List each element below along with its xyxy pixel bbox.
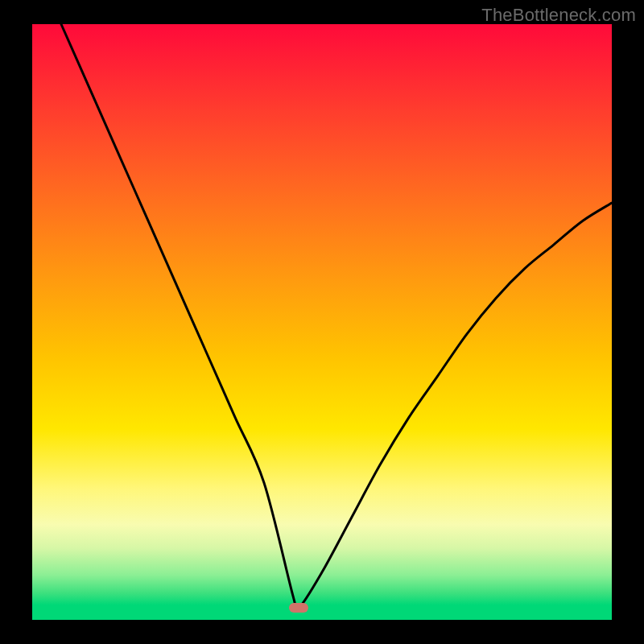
bottleneck-curve xyxy=(32,24,612,620)
optimal-point-marker xyxy=(289,603,308,613)
plot-area xyxy=(32,24,612,620)
chart-frame: TheBottleneck.com xyxy=(0,0,644,644)
watermark-text: TheBottleneck.com xyxy=(481,5,636,26)
curve-path xyxy=(61,24,612,612)
